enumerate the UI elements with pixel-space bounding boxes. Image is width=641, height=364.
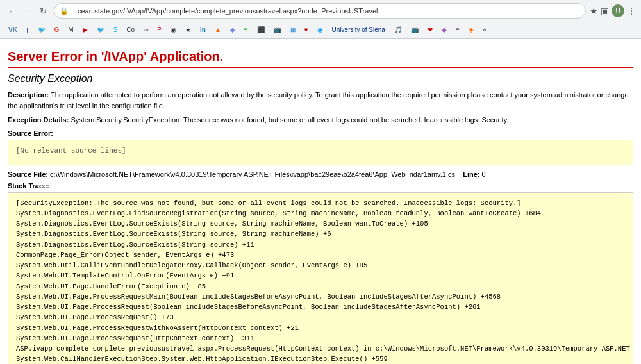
stack-line: System.Diagnostics.EventLog.SourceExists… [16,240,625,250]
stack-line: System.Web.Util.CalliEventHandlerDelegat… [16,260,625,270]
lock-icon: 🔒 [60,7,69,15]
bookmark-vk[interactable]: VK [5,26,21,34]
bookmark-menu[interactable]: ≡ [453,26,463,34]
description-block: Description: The application attempted t… [8,90,633,111]
source-error-box: [No relevant source lines] [8,140,633,165]
stack-line: System.Web.UI.Page.HandleError(Exception… [16,281,625,292]
bookmark-heart[interactable]: ❤ [424,26,436,34]
page-content: Server Error in '/IVApp' Application. Se… [0,39,641,364]
bookmark-pinterest[interactable]: P [154,26,165,34]
bookmark-discord[interactable]: ◆ [227,26,238,34]
source-file-label: Source File: [8,170,48,178]
bookmark-item7[interactable]: ♥ [301,26,312,34]
bookmark-tv[interactable]: 📺 [408,26,422,34]
bookmark-reddit[interactable]: ▲ [212,26,224,34]
bookmark-item2[interactable]: Co [123,26,138,34]
bookmark-university[interactable]: University of Siena [329,26,388,34]
address-bar[interactable] [71,3,580,19]
forward-button[interactable]: → [21,4,35,18]
bookmark-item1[interactable]: 🐦 [94,26,108,34]
bookmark-item6[interactable]: ⬛ [254,26,268,34]
profile-icon[interactable]: U [612,4,624,17]
extensions-icon[interactable]: ▣ [601,6,609,16]
bookmark-linkedin[interactable]: in [197,26,209,34]
bookmark-gem[interactable]: ◆ [438,26,450,34]
stack-line: System.Web.UI.Page.ProcessRequestMain(Bo… [16,292,625,302]
stack-line: System.Diagnostics.EventLog.SourceExists… [16,219,625,229]
source-error-content: [No relevant source lines] [16,147,126,154]
bookmark-line[interactable]: ≡ [241,26,251,34]
bookmark-mail[interactable]: M [65,26,76,34]
bookmark-video1[interactable]: ▶ [79,26,91,34]
bookmark-item8[interactable]: ◉ [314,26,326,34]
bookmark-google[interactable]: G [51,26,63,34]
stack-line: System.Web.CallHandlerExecutionStep.Syst… [16,354,625,364]
bookmark-music[interactable]: 🎵 [391,26,405,34]
bookmark-youtube[interactable]: 📺 [271,26,285,34]
bookmark-item3[interactable]: ∞ [140,26,151,34]
stack-trace-label: Stack Trace: [8,182,633,190]
server-error-title: Server Error in '/IVApp' Application. [8,44,633,68]
description-text: The application attempted to perform an … [8,91,629,110]
bookmarks-bar: VK f 🐦 G M ▶ 🐦 S Co ∞ P ◉ ★ in ▲ ◆ ≡ ⬛ 📺… [0,22,641,38]
source-file-path: c:\Windows\Microsoft.NET\Framework\v4.0.… [50,170,455,178]
bookmark-item5[interactable]: ★ [182,26,194,34]
stack-line: System.Web.UI.Page.ProcessRequest(Boolea… [16,302,625,312]
exception-details-block: Exception Details: System.Security.Secur… [8,115,633,126]
description-label: Description: [8,91,49,99]
stack-line: System.Web.UI.TemplateControl.OnError(Ev… [16,270,625,281]
stack-trace-box: [SecurityException: The source was not f… [8,192,633,365]
stack-line: System.Web.UI.Page.ProcessRequest() +73 [16,312,625,322]
bookmark-item4[interactable]: ◉ [167,26,179,34]
bookmark-twitter[interactable]: 🐦 [35,26,49,34]
menu-icon[interactable]: ⋮ [627,6,636,16]
line-number: 0 [482,170,486,178]
exception-title: Security Exception [8,73,633,85]
stack-line: ASP.ivapp_complete_complete_previousustr… [16,343,625,354]
stack-line: [SecurityException: The source was not f… [16,198,625,208]
exception-details-label: Exception Details: [8,116,69,124]
back-button[interactable]: ← [5,4,19,18]
stack-line: System.Web.UI.Page.ProcessRequestWithNoA… [16,323,625,333]
bookmark-facebook[interactable]: f [23,26,32,35]
stack-line: System.Diagnostics.EventLog.SourceExists… [16,229,625,239]
stack-line: CommonPage.Page_Error(Object sender, Eve… [16,250,625,260]
source-error-label: Source Error: [8,129,633,137]
bookmark-item9[interactable]: ◈ [465,26,477,34]
exception-details-text: System.Security.SecurityException: The s… [71,116,508,124]
toolbar-icons: ★ ▣ U ⋮ [590,4,636,17]
bookmark-more[interactable]: » [479,26,490,34]
source-file-block: Source File: c:\Windows\Microsoft.NET\Fr… [8,170,633,178]
nav-buttons: ← → ↻ [5,4,50,18]
bookmark-star-icon[interactable]: ★ [590,6,598,16]
bookmark-skype[interactable]: S [110,26,121,34]
browser-toolbar: ← → ↻ 🔒 ★ ▣ U ⋮ [0,0,641,22]
stack-line: System.Diagnostics.EventLog.FindSourceRe… [16,208,625,219]
browser-chrome: ← → ↻ 🔒 ★ ▣ U ⋮ VK f 🐦 G M ▶ 🐦 S Co ∞ P … [0,0,641,39]
stack-line: System.Web.UI.Page.ProcessRequest(HttpCo… [16,333,625,343]
bookmark-windows[interactable]: ⊞ [287,26,299,34]
refresh-button[interactable]: ↻ [36,4,50,18]
line-label: Line: [463,170,479,178]
